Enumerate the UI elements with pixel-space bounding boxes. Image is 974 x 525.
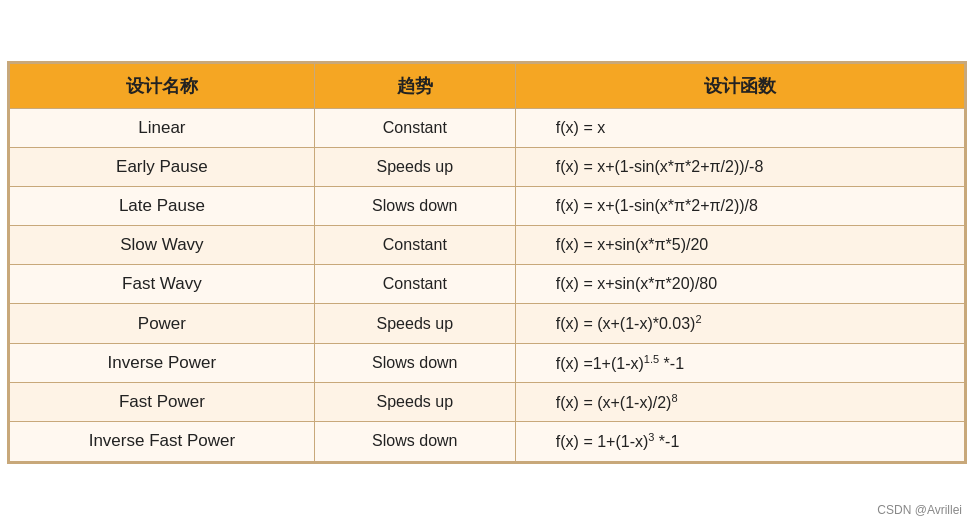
table-row: LinearConstantf(x) = x bbox=[10, 109, 965, 148]
cell-trend: Slows down bbox=[314, 187, 515, 226]
table-row: Slow WavyConstantf(x) = x+sin(x*π*5)/20 bbox=[10, 226, 965, 265]
cell-trend: Constant bbox=[314, 109, 515, 148]
table-row: Inverse PowerSlows downf(x) =1+(1-x)1.5 … bbox=[10, 343, 965, 382]
cell-design-name: Inverse Power bbox=[10, 343, 315, 382]
cell-design-name: Inverse Fast Power bbox=[10, 422, 315, 461]
cell-design-name: Fast Power bbox=[10, 383, 315, 422]
cell-formula: f(x) =1+(1-x)1.5 *-1 bbox=[515, 343, 964, 382]
cell-trend: Speeds up bbox=[314, 383, 515, 422]
cell-design-name: Fast Wavy bbox=[10, 265, 315, 304]
table-row: Inverse Fast PowerSlows downf(x) = 1+(1-… bbox=[10, 422, 965, 461]
cell-formula: f(x) = x+(1-sin(x*π*2+π/2))/-8 bbox=[515, 148, 964, 187]
cell-design-name: Early Pause bbox=[10, 148, 315, 187]
table-header-row: 设计名称 趋势 设计函数 bbox=[10, 64, 965, 109]
cell-design-name: Late Pause bbox=[10, 187, 315, 226]
cell-design-name: Linear bbox=[10, 109, 315, 148]
cell-design-name: Slow Wavy bbox=[10, 226, 315, 265]
table-row: Fast PowerSpeeds upf(x) = (x+(1-x)/2)8 bbox=[10, 383, 965, 422]
table-row: Early PauseSpeeds upf(x) = x+(1-sin(x*π*… bbox=[10, 148, 965, 187]
col-header-trend: 趋势 bbox=[314, 64, 515, 109]
cell-trend: Constant bbox=[314, 226, 515, 265]
table-row: Fast WavyConstantf(x) = x+sin(x*π*20)/80 bbox=[10, 265, 965, 304]
cell-formula: f(x) = (x+(1-x)/2)8 bbox=[515, 383, 964, 422]
watermark: CSDN @Avrillei bbox=[877, 503, 962, 517]
col-header-name: 设计名称 bbox=[10, 64, 315, 109]
cell-trend: Constant bbox=[314, 265, 515, 304]
design-table: 设计名称 趋势 设计函数 LinearConstantf(x) = xEarly… bbox=[9, 63, 965, 461]
cell-formula: f(x) = x+sin(x*π*20)/80 bbox=[515, 265, 964, 304]
cell-formula: f(x) = 1+(1-x)3 *-1 bbox=[515, 422, 964, 461]
cell-trend: Speeds up bbox=[314, 304, 515, 343]
col-header-formula: 设计函数 bbox=[515, 64, 964, 109]
table-row: Late PauseSlows downf(x) = x+(1-sin(x*π*… bbox=[10, 187, 965, 226]
cell-formula: f(x) = x+(1-sin(x*π*2+π/2))/8 bbox=[515, 187, 964, 226]
cell-formula: f(x) = (x+(1-x)*0.03)2 bbox=[515, 304, 964, 343]
cell-design-name: Power bbox=[10, 304, 315, 343]
cell-trend: Slows down bbox=[314, 422, 515, 461]
main-table-container: 设计名称 趋势 设计函数 LinearConstantf(x) = xEarly… bbox=[7, 61, 967, 463]
cell-trend: Slows down bbox=[314, 343, 515, 382]
cell-formula: f(x) = x bbox=[515, 109, 964, 148]
table-row: PowerSpeeds upf(x) = (x+(1-x)*0.03)2 bbox=[10, 304, 965, 343]
cell-formula: f(x) = x+sin(x*π*5)/20 bbox=[515, 226, 964, 265]
cell-trend: Speeds up bbox=[314, 148, 515, 187]
